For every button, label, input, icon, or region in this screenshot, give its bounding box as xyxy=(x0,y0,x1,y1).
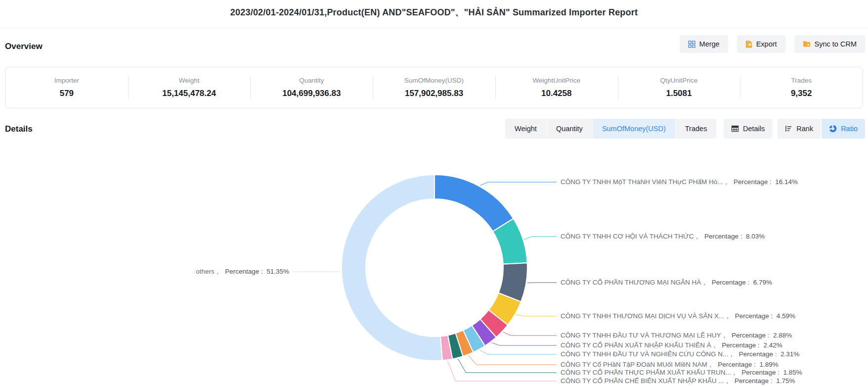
chart-label: CÔNG TY CỔ PHẦN THỰC PHẨM XUẤT KHẨU TRUN… xyxy=(561,368,802,377)
chart-label: CÔNG TY TNHH ĐẦU TƯ VÀ NGHIÊN CỨU CÔNG N… xyxy=(561,350,799,359)
label-line xyxy=(480,182,557,186)
chart-label-percentage: Percentage : 1.89% xyxy=(718,361,778,368)
label-line xyxy=(480,350,557,355)
chart-label-name: CÔNG TY CỔ PHẦN XUẤT NHẬP KHẨU THIÊN Á， xyxy=(561,341,718,349)
chart-label-percentage: Percentage : 1.85% xyxy=(741,369,802,376)
label-line xyxy=(448,361,557,381)
chart-label-name: CÔNG TY CỔ PHẦN THƯƠNG MẠI NGÂN HÀ， xyxy=(561,279,708,286)
chart-label: CÔNG TY CỔ PHẦN CHẾ BIẾN XUẤT NHẬP KHẨU … xyxy=(561,377,795,386)
chart-label-name: CÔNG TY Cổ PHầN TậP ĐOàN MUốI MIềN NAM， xyxy=(561,361,714,368)
chart-label-percentage: Percentage : 8.03% xyxy=(704,233,765,240)
pie-segment-10[interactable] xyxy=(342,175,442,361)
chart-label-name: CÔNG TY TNHH THƯƠNG MẠI DỊCH VỤ VÀ SẢN X… xyxy=(561,312,731,320)
chart-label-name: CÔNG TY TNHH ĐẦU TƯ VÀ NGHIÊN CỨU CÔNG N… xyxy=(561,350,735,358)
label-line xyxy=(527,283,557,283)
chart-label: CÔNG TY TNHH ĐẦU TƯ VÀ THƯƠNG MẠI LÊ HUY… xyxy=(561,331,792,340)
chart-label-percentage: Percentage : 51.35% xyxy=(225,268,289,275)
chart-label-percentage: Percentage : 2.88% xyxy=(732,332,792,339)
label-line xyxy=(503,332,557,336)
chart-label-name: others， xyxy=(196,268,221,275)
pie-segment-0[interactable] xyxy=(434,175,514,232)
chart-label-percentage: Percentage : 1.75% xyxy=(735,377,795,385)
chart-label: CÔNG TY TNHH THƯƠNG MẠI DỊCH VỤ VÀ SẢN X… xyxy=(561,312,795,321)
chart-label-name: CÔNG TY CỔ PHẦN CHẾ BIẾN XUẤT NHẬP KHẨU … xyxy=(561,377,731,385)
chart-label-name: CÔNG TY TNHH CƠ HỘI VÀ THÁCH THỨC， xyxy=(561,233,700,240)
chart-label-percentage: Percentage : 2.42% xyxy=(722,341,782,349)
chart-label-name: CÔNG TY CỔ PHẦN THỰC PHẨM XUẤT KHẨU TRUN… xyxy=(561,369,738,376)
label-line xyxy=(516,314,557,316)
chart-label: CÔNG TY TNHH MộT THàNH VIêN THựC PHẩM Hò… xyxy=(561,178,798,187)
chart-label: CÔNG TY CỔ PHẦN THƯƠNG MẠI NGÂN HÀ，Perce… xyxy=(561,278,772,287)
chart-label: CÔNG TY CỔ PHẦN XUẤT NHẬP KHẨU THIÊN Á，P… xyxy=(561,341,782,350)
chart-label-percentage: Percentage : 16.14% xyxy=(734,178,798,186)
label-line xyxy=(491,342,557,345)
label-line xyxy=(458,359,557,373)
chart-label-percentage: Percentage : 2.31% xyxy=(739,350,799,358)
importer-report-page: 2023/02/01-2024/01/31,Product(EN) AND"SE… xyxy=(0,0,868,386)
label-line xyxy=(469,355,557,365)
label-line xyxy=(524,237,557,240)
chart-label-percentage: Percentage : 6.79% xyxy=(712,279,772,286)
chart-label-name: CÔNG TY TNHH ĐẦU TƯ VÀ THƯƠNG MẠI LÊ HUY… xyxy=(561,332,728,339)
chart-label: CÔNG TY TNHH CƠ HỘI VÀ THÁCH THỨC，Percen… xyxy=(561,232,765,241)
donut-chart[interactable] xyxy=(0,0,868,386)
chart-label-name: CÔNG TY TNHH MộT THàNH VIêN THựC PHẩM Hò… xyxy=(561,178,730,186)
chart-label: others，Percentage : 51.35% xyxy=(196,267,289,276)
chart-label-percentage: Percentage : 4.59% xyxy=(735,312,795,320)
